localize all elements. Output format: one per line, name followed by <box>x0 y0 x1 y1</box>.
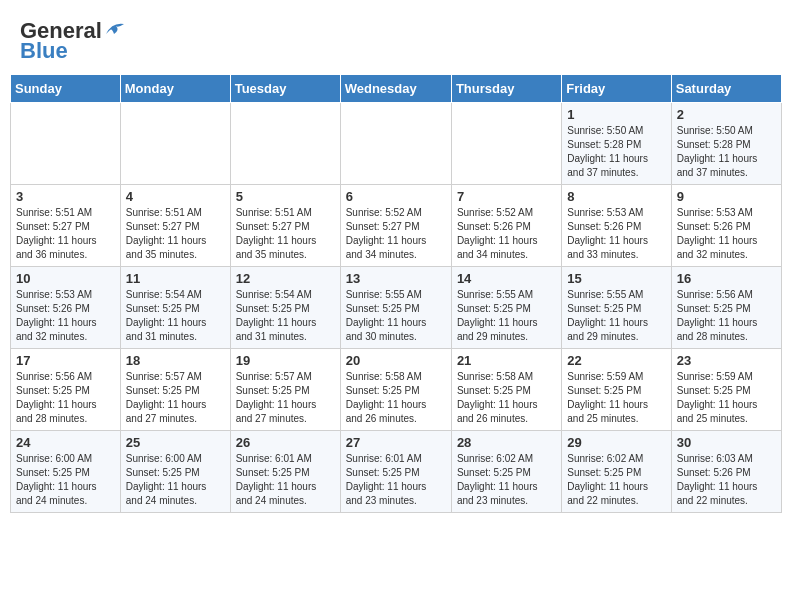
weekday-header-thursday: Thursday <box>451 75 561 103</box>
day-number: 23 <box>677 353 776 368</box>
calendar-day-cell: 21Sunrise: 5:58 AM Sunset: 5:25 PM Dayli… <box>451 349 561 431</box>
day-number: 12 <box>236 271 335 286</box>
day-number: 14 <box>457 271 556 286</box>
day-info: Sunrise: 6:01 AM Sunset: 5:25 PM Dayligh… <box>236 452 335 508</box>
day-number: 19 <box>236 353 335 368</box>
day-number: 9 <box>677 189 776 204</box>
calendar-day-cell: 5Sunrise: 5:51 AM Sunset: 5:27 PM Daylig… <box>230 185 340 267</box>
day-info: Sunrise: 5:54 AM Sunset: 5:25 PM Dayligh… <box>126 288 225 344</box>
day-number: 11 <box>126 271 225 286</box>
day-info: Sunrise: 5:59 AM Sunset: 5:25 PM Dayligh… <box>677 370 776 426</box>
weekday-header-saturday: Saturday <box>671 75 781 103</box>
weekday-header-friday: Friday <box>562 75 671 103</box>
day-number: 21 <box>457 353 556 368</box>
day-number: 8 <box>567 189 665 204</box>
calendar-day-cell: 10Sunrise: 5:53 AM Sunset: 5:26 PM Dayli… <box>11 267 121 349</box>
calendar-day-cell: 29Sunrise: 6:02 AM Sunset: 5:25 PM Dayli… <box>562 431 671 513</box>
calendar-day-cell: 13Sunrise: 5:55 AM Sunset: 5:25 PM Dayli… <box>340 267 451 349</box>
day-number: 25 <box>126 435 225 450</box>
day-number: 22 <box>567 353 665 368</box>
day-info: Sunrise: 5:58 AM Sunset: 5:25 PM Dayligh… <box>346 370 446 426</box>
calendar-day-cell: 7Sunrise: 5:52 AM Sunset: 5:26 PM Daylig… <box>451 185 561 267</box>
calendar-header-row: SundayMondayTuesdayWednesdayThursdayFrid… <box>11 75 782 103</box>
day-number: 28 <box>457 435 556 450</box>
weekday-header-tuesday: Tuesday <box>230 75 340 103</box>
day-number: 10 <box>16 271 115 286</box>
day-info: Sunrise: 5:50 AM Sunset: 5:28 PM Dayligh… <box>567 124 665 180</box>
day-number: 30 <box>677 435 776 450</box>
calendar-day-cell: 1Sunrise: 5:50 AM Sunset: 5:28 PM Daylig… <box>562 103 671 185</box>
calendar-day-cell: 24Sunrise: 6:00 AM Sunset: 5:25 PM Dayli… <box>11 431 121 513</box>
day-number: 6 <box>346 189 446 204</box>
day-info: Sunrise: 5:57 AM Sunset: 5:25 PM Dayligh… <box>236 370 335 426</box>
day-info: Sunrise: 5:55 AM Sunset: 5:25 PM Dayligh… <box>567 288 665 344</box>
calendar-day-cell: 14Sunrise: 5:55 AM Sunset: 5:25 PM Dayli… <box>451 267 561 349</box>
logo-bird-icon <box>104 20 126 38</box>
day-number: 24 <box>16 435 115 450</box>
calendar-day-cell: 11Sunrise: 5:54 AM Sunset: 5:25 PM Dayli… <box>120 267 230 349</box>
day-info: Sunrise: 5:52 AM Sunset: 5:26 PM Dayligh… <box>457 206 556 262</box>
day-info: Sunrise: 5:55 AM Sunset: 5:25 PM Dayligh… <box>346 288 446 344</box>
weekday-header-sunday: Sunday <box>11 75 121 103</box>
day-number: 5 <box>236 189 335 204</box>
day-info: Sunrise: 5:52 AM Sunset: 5:27 PM Dayligh… <box>346 206 446 262</box>
day-number: 3 <box>16 189 115 204</box>
day-info: Sunrise: 5:55 AM Sunset: 5:25 PM Dayligh… <box>457 288 556 344</box>
calendar-week-row: 1Sunrise: 5:50 AM Sunset: 5:28 PM Daylig… <box>11 103 782 185</box>
calendar-table: SundayMondayTuesdayWednesdayThursdayFrid… <box>10 74 782 513</box>
calendar-day-cell: 4Sunrise: 5:51 AM Sunset: 5:27 PM Daylig… <box>120 185 230 267</box>
calendar-day-cell <box>451 103 561 185</box>
calendar-day-cell <box>120 103 230 185</box>
calendar-day-cell: 12Sunrise: 5:54 AM Sunset: 5:25 PM Dayli… <box>230 267 340 349</box>
calendar-week-row: 10Sunrise: 5:53 AM Sunset: 5:26 PM Dayli… <box>11 267 782 349</box>
day-info: Sunrise: 5:53 AM Sunset: 5:26 PM Dayligh… <box>677 206 776 262</box>
day-info: Sunrise: 5:53 AM Sunset: 5:26 PM Dayligh… <box>567 206 665 262</box>
day-info: Sunrise: 6:01 AM Sunset: 5:25 PM Dayligh… <box>346 452 446 508</box>
day-number: 17 <box>16 353 115 368</box>
day-info: Sunrise: 5:51 AM Sunset: 5:27 PM Dayligh… <box>126 206 225 262</box>
calendar-day-cell: 25Sunrise: 6:00 AM Sunset: 5:25 PM Dayli… <box>120 431 230 513</box>
day-info: Sunrise: 6:00 AM Sunset: 5:25 PM Dayligh… <box>126 452 225 508</box>
calendar-day-cell: 28Sunrise: 6:02 AM Sunset: 5:25 PM Dayli… <box>451 431 561 513</box>
calendar-day-cell: 6Sunrise: 5:52 AM Sunset: 5:27 PM Daylig… <box>340 185 451 267</box>
calendar-day-cell <box>11 103 121 185</box>
day-info: Sunrise: 6:02 AM Sunset: 5:25 PM Dayligh… <box>567 452 665 508</box>
calendar-day-cell: 30Sunrise: 6:03 AM Sunset: 5:26 PM Dayli… <box>671 431 781 513</box>
logo-blue: Blue <box>20 38 68 64</box>
calendar-day-cell: 19Sunrise: 5:57 AM Sunset: 5:25 PM Dayli… <box>230 349 340 431</box>
calendar-day-cell: 8Sunrise: 5:53 AM Sunset: 5:26 PM Daylig… <box>562 185 671 267</box>
day-info: Sunrise: 6:00 AM Sunset: 5:25 PM Dayligh… <box>16 452 115 508</box>
calendar-day-cell <box>340 103 451 185</box>
calendar-day-cell: 22Sunrise: 5:59 AM Sunset: 5:25 PM Dayli… <box>562 349 671 431</box>
calendar-day-cell: 26Sunrise: 6:01 AM Sunset: 5:25 PM Dayli… <box>230 431 340 513</box>
calendar-day-cell: 16Sunrise: 5:56 AM Sunset: 5:25 PM Dayli… <box>671 267 781 349</box>
logo: General Blue <box>20 18 126 64</box>
day-info: Sunrise: 6:02 AM Sunset: 5:25 PM Dayligh… <box>457 452 556 508</box>
day-info: Sunrise: 5:51 AM Sunset: 5:27 PM Dayligh… <box>236 206 335 262</box>
day-number: 26 <box>236 435 335 450</box>
calendar-week-row: 17Sunrise: 5:56 AM Sunset: 5:25 PM Dayli… <box>11 349 782 431</box>
day-number: 16 <box>677 271 776 286</box>
calendar-day-cell: 18Sunrise: 5:57 AM Sunset: 5:25 PM Dayli… <box>120 349 230 431</box>
weekday-header-monday: Monday <box>120 75 230 103</box>
calendar-day-cell: 27Sunrise: 6:01 AM Sunset: 5:25 PM Dayli… <box>340 431 451 513</box>
day-number: 18 <box>126 353 225 368</box>
day-number: 4 <box>126 189 225 204</box>
day-info: Sunrise: 6:03 AM Sunset: 5:26 PM Dayligh… <box>677 452 776 508</box>
day-info: Sunrise: 5:58 AM Sunset: 5:25 PM Dayligh… <box>457 370 556 426</box>
page-header: General Blue <box>10 10 782 70</box>
day-info: Sunrise: 5:56 AM Sunset: 5:25 PM Dayligh… <box>16 370 115 426</box>
calendar-day-cell <box>230 103 340 185</box>
day-number: 29 <box>567 435 665 450</box>
day-number: 13 <box>346 271 446 286</box>
day-info: Sunrise: 5:54 AM Sunset: 5:25 PM Dayligh… <box>236 288 335 344</box>
day-info: Sunrise: 5:53 AM Sunset: 5:26 PM Dayligh… <box>16 288 115 344</box>
calendar-day-cell: 17Sunrise: 5:56 AM Sunset: 5:25 PM Dayli… <box>11 349 121 431</box>
day-info: Sunrise: 5:57 AM Sunset: 5:25 PM Dayligh… <box>126 370 225 426</box>
weekday-header-wednesday: Wednesday <box>340 75 451 103</box>
calendar-week-row: 3Sunrise: 5:51 AM Sunset: 5:27 PM Daylig… <box>11 185 782 267</box>
day-info: Sunrise: 5:51 AM Sunset: 5:27 PM Dayligh… <box>16 206 115 262</box>
day-number: 15 <box>567 271 665 286</box>
day-info: Sunrise: 5:59 AM Sunset: 5:25 PM Dayligh… <box>567 370 665 426</box>
calendar-day-cell: 9Sunrise: 5:53 AM Sunset: 5:26 PM Daylig… <box>671 185 781 267</box>
